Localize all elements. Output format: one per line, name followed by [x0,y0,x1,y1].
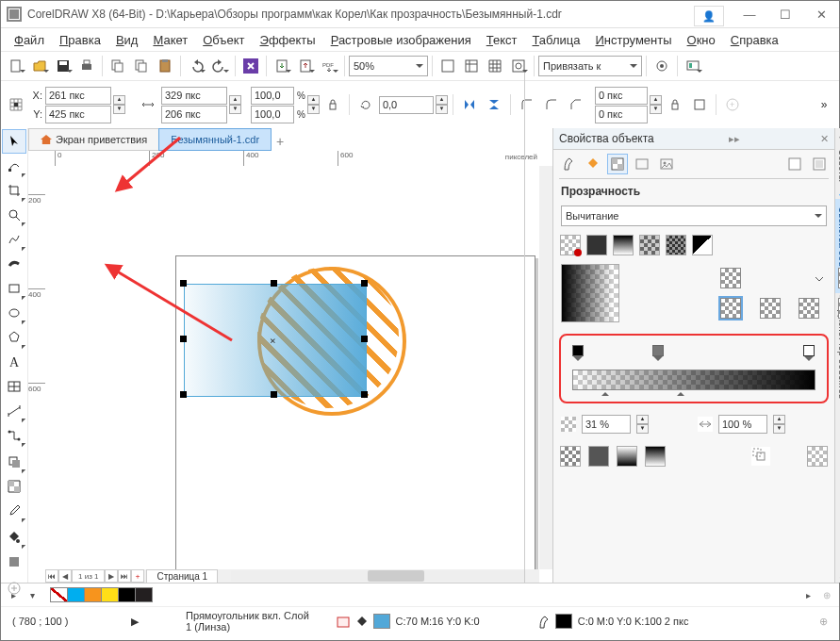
fill-swatch[interactable] [373,614,390,629]
horizontal-ruler[interactable]: 0 200 400 600 пикселей [45,151,539,167]
palette-menu-icon[interactable]: ▾ [25,588,39,601]
new-tab-button[interactable]: + [271,132,289,151]
trans-twocolor-icon[interactable] [693,236,712,255]
drop-shadow-tool[interactable] [3,451,25,473]
import-button[interactable] [271,55,293,77]
handle-ml[interactable] [180,336,187,342]
toolbox-customize[interactable] [3,577,25,600]
publish-pdf-button[interactable]: PDF [318,55,340,77]
y-input[interactable]: 425 пкс [45,106,111,123]
menu-view[interactable]: Вид [108,30,146,50]
angle-input[interactable]: 0,0 [379,96,434,114]
rectangle-tool[interactable] [3,277,25,300]
tab-fill-icon[interactable] [584,155,602,173]
grad-linear-icon[interactable] [720,298,741,319]
preview-dropdown-icon[interactable] [812,271,827,287]
canvas[interactable]: × [45,166,539,569]
connector-tool[interactable] [3,424,25,447]
artistic-media-tool[interactable] [3,253,25,275]
object-origin-icon[interactable] [5,93,27,116]
grad-elliptical-icon[interactable] [760,298,781,319]
save-button[interactable] [52,55,74,77]
rulers-button[interactable] [460,55,483,77]
vertical-scrollbar[interactable] [539,166,552,569]
zoom-combo[interactable]: 50% [349,56,428,76]
to-curves-button[interactable]: + [721,93,744,116]
panel-opt1-icon[interactable] [785,155,804,173]
doc-palette-scroll[interactable]: ▸ [801,588,815,601]
scale-y-input[interactable]: 100,0 [251,106,294,123]
polygon-tool[interactable] [3,326,25,349]
tab-outline-icon[interactable] [559,155,578,173]
x-input[interactable]: 261 пкс [45,87,111,105]
close-button[interactable]: ✕ [803,1,839,27]
table-tool[interactable] [3,375,25,398]
handle-br[interactable] [361,391,368,398]
width-input[interactable]: 329 пкс [161,87,227,105]
corner-lock-button[interactable] [664,93,686,116]
corner-bl-input[interactable]: 0 пкс [595,106,648,123]
transparency-tool[interactable] [3,475,25,498]
lock-ratio-button[interactable] [321,93,344,116]
launch-button[interactable] [682,55,704,77]
menu-file[interactable]: Файл [7,30,52,50]
vertical-ruler[interactable]: 200 400 600 [28,166,46,569]
mirror-grad-icon[interactable] [589,447,608,466]
fullscreen-button[interactable] [436,55,459,77]
status-next-icon[interactable]: ▶ [131,616,139,628]
page-prev[interactable]: ◀ [58,569,72,583]
outline-swatch[interactable] [555,614,572,629]
accel-icon[interactable] [618,447,636,466]
menu-tools[interactable]: Инструменты [587,30,679,50]
free-scale-icon[interactable] [646,447,665,466]
menu-bitmaps[interactable]: Растровые изображения [323,30,479,50]
grad-conical-icon[interactable] [799,298,819,319]
paste-button[interactable] [154,55,176,77]
panel-opt2-icon[interactable] [810,155,829,173]
search-content-button[interactable] [239,55,262,77]
scale-x-input[interactable]: 100,0 [251,87,294,105]
corner-chamfer-button[interactable] [565,93,587,116]
doc-swatch[interactable] [85,587,102,602]
gradient-stops[interactable] [572,345,815,362]
undo-button[interactable] [185,55,207,77]
tab-welcome[interactable]: Экран приветствия [28,128,159,151]
doc-swatch[interactable] [119,587,136,602]
gradient-preview[interactable] [561,264,619,322]
page-first[interactable]: ⏮ [45,569,58,583]
page-tab[interactable]: Страница 1 [146,569,218,583]
maximize-button[interactable]: ☐ [767,1,803,27]
options-button[interactable] [651,55,673,77]
doc-swatch[interactable] [68,587,85,602]
redo-button[interactable] [208,55,231,77]
panel-titlebar[interactable]: Свойства объекта ▸▸✕ [553,128,834,150]
grid-button[interactable] [484,55,506,77]
smart-fill-tool[interactable] [3,551,25,573]
menu-text[interactable]: Текст [479,30,525,50]
handle-bc[interactable] [271,391,277,398]
user-button[interactable]: 👤 [694,6,724,26]
guides-button[interactable] [507,55,530,77]
mirror-h-button[interactable] [458,93,481,116]
menu-object[interactable]: Объект [195,30,252,50]
trans-vector-icon[interactable] [640,236,659,255]
export-button[interactable] [294,55,317,77]
grad-picker-button[interactable] [720,268,741,288]
height-input[interactable]: 206 пкс [161,106,227,123]
tab-bitmap-icon[interactable] [657,155,676,173]
doc-palette-customize[interactable]: ⊕ [820,588,833,601]
handle-mr[interactable] [361,336,368,342]
page-next[interactable]: ▶ [105,569,118,583]
reverse-icon[interactable] [561,447,580,466]
tab-envelope-icon[interactable] [633,155,651,173]
trans-none-icon[interactable] [561,236,580,255]
menu-layout[interactable]: Макет [145,30,195,50]
pick-tool[interactable] [3,130,25,153]
doc-swatch[interactable] [102,587,119,602]
corner-tl-input[interactable]: 0 пкс [595,87,648,105]
node-position-input[interactable]: 100 % [718,415,767,434]
node-opacity-input[interactable]: 31 % [582,415,631,434]
tab-transparency-icon[interactable] [608,155,627,173]
menu-edit[interactable]: Правка [52,30,108,50]
cut-button[interactable] [107,55,129,77]
